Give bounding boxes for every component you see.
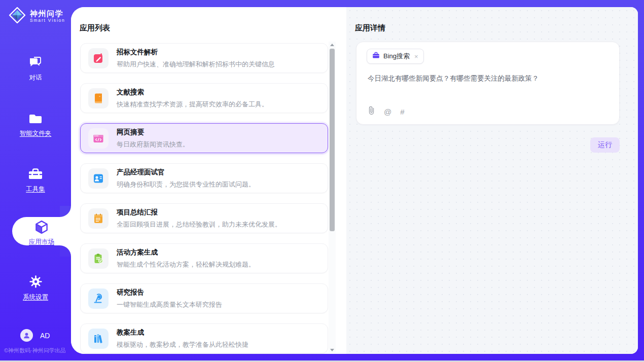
close-icon[interactable]: × <box>414 53 418 60</box>
briefcase-icon <box>372 52 380 61</box>
sidebar-item-label: 智能文件夹 <box>0 129 71 138</box>
sidebar-item-smart-folder[interactable]: 智能文件夹 <box>0 113 71 138</box>
sidebar-item-chat[interactable]: 对话 <box>0 56 71 82</box>
brand-subtitle: Smart Vision <box>30 18 65 23</box>
app-description: 模板驱动，教案秒成，教学准备从此轻松快捷 <box>117 340 248 349</box>
hash-icon[interactable]: # <box>400 107 404 116</box>
app-card-literature-search[interactable]: 文献搜索 快速精准查找学术资源，提高研究效率的必备工具。 <box>80 83 328 113</box>
sidebar-item-label: 系统设置 <box>0 293 71 302</box>
browser-code-icon <box>88 128 109 149</box>
prompt-editor[interactable]: Bing搜索 × 今日湖北有哪些新闻要点？有哪些需要关注的最新政策？ @ # <box>356 42 620 125</box>
app-name: 招标文件解析 <box>117 48 275 57</box>
app-description: 智能生成个性化活动方案，轻松解决规划难题。 <box>117 260 255 269</box>
scrollbar-up-icon[interactable] <box>329 42 336 48</box>
at-icon[interactable]: @ <box>384 107 391 116</box>
tool-tag-label: Bing搜索 <box>383 52 410 61</box>
cube-icon <box>34 228 49 236</box>
scrollbar[interactable] <box>329 42 336 353</box>
chat-icon <box>28 56 43 71</box>
editor-toolbar: @ # <box>368 106 405 117</box>
app-description: 帮助用户快速、准确地理解和解析招标书中的关键信息 <box>117 60 275 69</box>
folder-icon <box>28 113 43 127</box>
app-description: 明确身份和职责，为您提供专业性的面试问题。 <box>117 180 255 189</box>
books-icon <box>88 329 109 349</box>
scrollbar-thumb[interactable] <box>330 49 335 231</box>
main-panel: 应用列表 招标文件解析 帮助用户快速、准确地理解和解析招标书中的关键信息 <box>71 7 638 354</box>
interviewer-icon <box>88 168 109 189</box>
app-name: 活动方案生成 <box>117 248 255 257</box>
document-edit-icon <box>88 48 109 68</box>
app-list-title: 应用列表 <box>80 23 110 33</box>
app-name: 研究报告 <box>117 288 222 297</box>
copyright-text: ©神州数码·神州问学出品 <box>4 347 71 354</box>
user-name: AD <box>40 332 50 340</box>
person-avatar-icon <box>20 329 33 342</box>
app-description: 一键智能生成高质量长文本研究报告 <box>117 300 222 309</box>
app-name: 网页摘要 <box>117 128 189 137</box>
app-card-pm-interviewer[interactable]: 产品经理面试官 明确身份和职责，为您提供专业性的面试问题。 <box>80 163 328 193</box>
app-detail-title: 应用详情 <box>355 23 385 33</box>
paperclip-icon[interactable] <box>368 106 375 117</box>
app-card-lesson-plan[interactable]: 教案生成 模板驱动，教案秒成，教学准备从此轻松快捷 <box>80 323 328 353</box>
app-name: 项目总结汇报 <box>117 208 281 217</box>
book-icon <box>88 88 109 108</box>
sidebar-item-settings[interactable]: 系统设置 <box>0 275 71 302</box>
app-detail-panel: 应用详情 Bing搜索 × 今日湖北有哪些新闻要点？有哪些需要关注的最新政策？ <box>346 7 638 354</box>
sidebar-item-app-market[interactable]: 应用市场 <box>12 217 71 245</box>
prompt-text[interactable]: 今日湖北有哪些新闻要点？有哪些需要关注的最新政策？ <box>368 74 608 84</box>
diamond-logo-icon <box>9 7 26 26</box>
app-card-project-summary[interactable]: 项目总结汇报 全面回顾项目进展，总结经验教训，助力未来优化发展。 <box>80 203 328 233</box>
brand-logo: 神州问学 Smart Vision <box>9 7 65 26</box>
app-name: 产品经理面试官 <box>117 168 255 177</box>
sidebar: 神州问学 Smart Vision 对话 智能文件夹 <box>0 0 71 362</box>
clipboard-check-icon <box>88 248 109 269</box>
app-card-web-summary[interactable]: 网页摘要 每日政府新闻资讯快查。 <box>80 123 328 153</box>
gear-icon <box>29 275 43 291</box>
tab-curve-bottom <box>60 245 71 257</box>
brand-title: 神州问学 <box>30 10 65 18</box>
notepad-icon <box>88 208 109 229</box>
app-description: 全面回顾项目进展，总结经验教训，助力未来优化发展。 <box>117 220 281 229</box>
app-name: 教案生成 <box>117 328 248 337</box>
app-description: 每日政府新闻资讯快查。 <box>117 140 189 149</box>
sidebar-item-toolset[interactable]: 工具集 <box>0 167 71 194</box>
app-name: 文献搜索 <box>117 88 268 97</box>
app-card-bid-parse[interactable]: 招标文件解析 帮助用户快速、准确地理解和解析招标书中的关键信息 <box>80 43 328 73</box>
app-card-event-plan[interactable]: 活动方案生成 智能生成个性化活动方案，轻松解决规划难题。 <box>80 243 328 273</box>
app-list-panel: 应用列表 招标文件解析 帮助用户快速、准确地理解和解析招标书中的关键信息 <box>71 7 346 354</box>
tool-tag-bing-search[interactable]: Bing搜索 × <box>367 49 424 64</box>
tab-curve-top <box>60 206 71 217</box>
run-button[interactable]: 运行 <box>590 137 620 153</box>
app-description: 快速精准查找学术资源，提高研究效率的必备工具。 <box>117 100 268 109</box>
sidebar-item-label: 工具集 <box>0 185 71 194</box>
sidebar-item-label: 对话 <box>0 74 71 82</box>
app-card-research-report[interactable]: 研究报告 一键智能生成高质量长文本研究报告 <box>80 283 328 313</box>
app-list: 招标文件解析 帮助用户快速、准确地理解和解析招标书中的关键信息 文献搜索 快速精… <box>80 43 328 354</box>
toolbox-icon <box>28 167 43 183</box>
scrollbar-down-icon[interactable] <box>329 347 336 353</box>
user-account[interactable]: AD <box>20 329 50 342</box>
research-icon <box>88 288 109 309</box>
